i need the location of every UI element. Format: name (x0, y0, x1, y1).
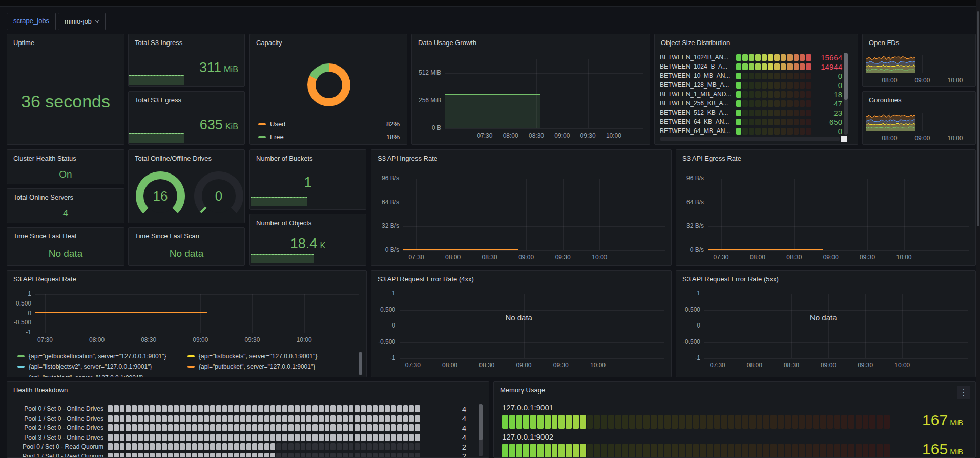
y-axis-tick: 0 (9, 310, 31, 317)
panel-title[interactable]: Cluster Health Status (7, 150, 124, 162)
panel-title[interactable]: Object Size Distribution (655, 34, 858, 47)
led-cell (552, 444, 558, 458)
led-cell (679, 415, 685, 429)
led-cell (319, 443, 324, 450)
x-axis-tick: 08:00 (742, 254, 773, 261)
legend-item-used[interactable]: Used (258, 120, 285, 128)
led-cell (337, 453, 342, 458)
panel-title[interactable]: S3 API Egress Rate (676, 150, 975, 162)
legend-item[interactable]: {api="listobjectsv2", server="127.0.0.1:… (17, 363, 187, 370)
led-cell (794, 73, 799, 79)
led-bar (736, 91, 811, 98)
legend-item[interactable]: {api="putobject", server="127.0.0.1:9001… (17, 374, 187, 377)
growth-series (445, 59, 643, 128)
led-cell (800, 110, 805, 116)
legend-item[interactable]: {api="getbucketlocation", server="127.0.… (17, 353, 187, 360)
panel-title[interactable]: Number of Objects (250, 214, 366, 227)
vertical-scrollbar[interactable] (844, 53, 848, 135)
led-cell (343, 405, 348, 412)
panel-title[interactable]: Total Online/Offline Drives (129, 150, 244, 162)
panel-title[interactable]: Data Usage Growth (412, 34, 650, 47)
legend-item[interactable]: {api="listbuckets", server="127.0.0.1:90… (187, 353, 351, 360)
variable-tag-scrape-jobs[interactable]: scrape_jobs (7, 13, 56, 30)
led-cell (312, 453, 318, 458)
panel-title[interactable]: Total S3 Egress (129, 92, 244, 104)
led-cell (409, 434, 414, 441)
led-cell (834, 444, 840, 458)
panel-title[interactable]: Capacity (250, 34, 407, 47)
panel-title[interactable]: S3 API Request Error Rate (4xx) (371, 271, 671, 283)
led-cell (736, 73, 741, 79)
led-cell (325, 434, 330, 441)
led-cell (643, 444, 650, 458)
led-cell (192, 405, 197, 412)
led-cell (156, 424, 161, 431)
led-cell (325, 415, 330, 422)
legend-item[interactable]: {api="putbucket", server="127.0.0.1:9001… (187, 363, 351, 370)
y-axis-tick: -1 (678, 354, 700, 361)
x-axis-tick: 08:30 (474, 254, 505, 261)
panel-title[interactable]: Uptime (7, 34, 124, 47)
legend-item-free[interactable]: Free (258, 133, 284, 141)
x-axis-tick: 08:30 (776, 362, 807, 369)
panel-title[interactable]: Goroutines (863, 92, 975, 104)
bucket-count-value: 14944 (811, 62, 842, 71)
led-cell (755, 100, 760, 107)
led-cell (276, 434, 281, 441)
led-cell (240, 415, 245, 422)
led-cell (325, 443, 330, 450)
led-cell (537, 415, 544, 429)
x-axis-tick: 08:00 (874, 77, 905, 84)
variable-dropdown-minio-job[interactable]: minio-job (58, 13, 106, 30)
led-cell (794, 100, 799, 107)
panel-title[interactable]: Total Online Servers (7, 189, 124, 201)
led-cell (156, 443, 161, 450)
panel-title[interactable]: Total S3 Ingress (129, 34, 244, 47)
led-cell (774, 63, 779, 70)
horizontal-scrollbar[interactable] (660, 137, 840, 141)
panel-title[interactable]: Memory Usage (494, 382, 975, 394)
led-cell (774, 54, 779, 61)
led-cell (700, 444, 706, 458)
panel-title[interactable]: Time Since Last Scan (129, 228, 244, 240)
y-axis-tick: 0 B/s (373, 246, 399, 253)
led-cell (615, 444, 621, 458)
buckets-value: 1 (250, 175, 366, 190)
page-scrollbar[interactable] (976, 0, 980, 458)
led-cell (216, 434, 221, 441)
cluster-health-value: On (7, 169, 124, 180)
led-cell (144, 424, 149, 431)
led-cell (234, 443, 239, 450)
led-cell (150, 415, 155, 422)
panel-title[interactable]: Open FDs (863, 34, 975, 47)
vertical-scrollbar[interactable] (479, 404, 483, 456)
total-s3-egress-value: 635KiB (200, 117, 238, 133)
panel-total-s3-egress: Total S3 Egress 635KiB (128, 91, 245, 145)
panel-title[interactable]: S3 API Request Error Rate (5xx) (676, 271, 975, 283)
led-cell (774, 82, 779, 89)
scrollbar-corner[interactable] (841, 136, 847, 142)
led-cell (800, 73, 805, 79)
bucket-range-label: BETWEEN_10_MB_AN... (660, 72, 735, 79)
legend-scrollbar[interactable] (359, 352, 362, 375)
panel-title[interactable]: Number of Buckets (250, 150, 366, 162)
led-cell (252, 443, 257, 450)
led-cell (306, 434, 311, 441)
panel-goroutines: Goroutines 08:0009:0010:00 (862, 91, 976, 145)
led-cell (276, 453, 281, 458)
led-cell (108, 424, 113, 431)
panel-menu-icon[interactable]: ⋮ (957, 386, 970, 399)
panel-title[interactable]: S3 API Request Rate (7, 271, 366, 283)
led-cell (636, 444, 642, 458)
led-cell (222, 415, 227, 422)
led-cell (132, 405, 137, 412)
x-axis-tick: 08:00 (434, 362, 465, 369)
panel-title[interactable]: Time Since Last Heal (7, 228, 124, 240)
led-cell (120, 415, 125, 422)
panel-title[interactable]: S3 API Ingress Rate (371, 150, 671, 162)
led-cell (573, 444, 579, 458)
led-cell (385, 434, 390, 441)
panel-title[interactable]: Health Breakdown (7, 382, 489, 394)
led-cell (337, 405, 342, 412)
led-cell (787, 119, 792, 125)
